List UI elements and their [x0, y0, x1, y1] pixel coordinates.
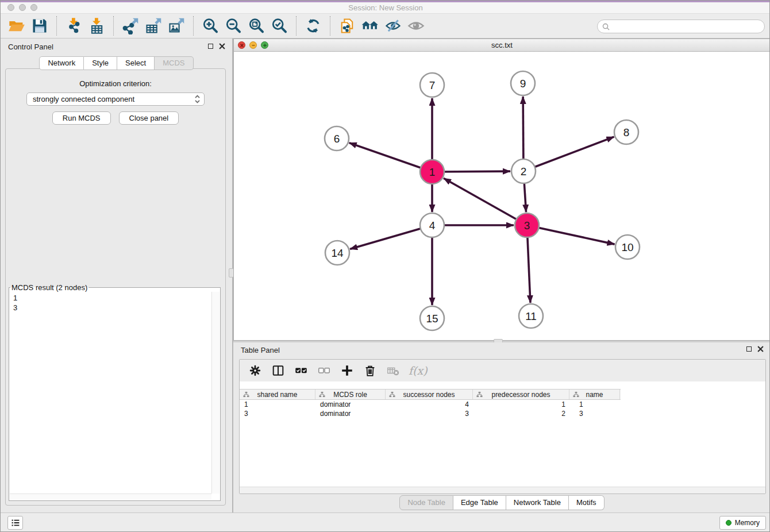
graph-node-label: 4 — [429, 219, 436, 232]
add-row-button[interactable] — [340, 363, 355, 378]
hide-selected-button[interactable] — [382, 15, 405, 37]
export-network-button[interactable] — [119, 15, 142, 37]
graph-edge-2-8[interactable] — [523, 137, 614, 171]
toolbar-buttons — [1, 15, 428, 37]
cell-predecessor-nodes[interactable]: 1 — [473, 400, 569, 409]
export-image-icon — [168, 17, 185, 34]
tab-mcds[interactable]: MCDS — [155, 56, 193, 70]
tab-select[interactable]: Select — [117, 56, 155, 70]
column-header-label: shared name — [257, 391, 297, 399]
graph-node-label: 2 — [521, 165, 527, 178]
table-horizontal-scrollbar[interactable] — [240, 487, 765, 494]
tab-edge-table[interactable]: Edge Table — [453, 495, 506, 510]
list-icon — [11, 518, 20, 527]
graph-node-7[interactable]: 7 — [420, 73, 444, 97]
float-table-panel-icon[interactable] — [746, 346, 752, 352]
graph-node-2[interactable]: 2 — [511, 159, 536, 183]
graph-node-10[interactable]: 10 — [615, 235, 640, 259]
cell-name[interactable]: 3 — [569, 409, 620, 418]
column-header-successor-nodes[interactable]: successor nodes — [386, 390, 473, 399]
cell-MCDS-role[interactable]: dominator — [315, 409, 386, 418]
show-columns-button[interactable] — [271, 363, 286, 378]
cell-predecessor-nodes[interactable]: 2 — [473, 409, 569, 418]
mcds-panel: Optimization criterion: strongly connect… — [5, 68, 226, 506]
search-input[interactable] — [613, 22, 760, 30]
graph-node-14[interactable]: 14 — [325, 241, 349, 265]
column-header-predecessor-nodes[interactable]: predecessor nodes — [473, 390, 569, 399]
graph-node-6[interactable]: 6 — [325, 126, 349, 151]
deselect-all-checkbox-button[interactable] — [317, 363, 332, 378]
search-box[interactable] — [597, 20, 765, 33]
memory-button[interactable]: Memory — [719, 516, 766, 530]
import-network-button[interactable] — [62, 15, 85, 37]
toolbar-separator — [193, 16, 194, 36]
tab-network[interactable]: Network — [39, 56, 84, 70]
graph-node-label: 6 — [334, 133, 340, 145]
task-history-button[interactable] — [7, 516, 23, 530]
criterion-dropdown[interactable]: strongly connected component — [26, 92, 205, 106]
graph-edge-3-10[interactable] — [527, 225, 615, 244]
graph-edge-4-14[interactable] — [350, 225, 432, 249]
zoom-out-button[interactable] — [222, 15, 245, 37]
cell-MCDS-role[interactable]: dominator — [315, 400, 386, 409]
cell-successor-nodes[interactable]: 4 — [386, 400, 473, 409]
zoom-fit-icon — [248, 17, 265, 34]
close-table-panel-icon[interactable] — [757, 346, 764, 352]
tab-node-table[interactable]: Node Table — [399, 495, 453, 510]
zoom-in-button[interactable] — [199, 15, 222, 37]
graph-node-4[interactable]: 4 — [420, 213, 444, 237]
network-window-titlebar[interactable]: scc.txt — [234, 39, 770, 52]
zoom-fit-button[interactable] — [245, 15, 268, 37]
refresh-layout-button[interactable] — [302, 15, 325, 37]
table-settings-button[interactable] — [248, 363, 263, 378]
tab-network-table[interactable]: Network Table — [506, 495, 569, 510]
network-view-title: scc.txt — [234, 41, 770, 49]
mcds-result-line: 3 — [13, 303, 211, 313]
graph-edge-1-6[interactable] — [349, 143, 432, 172]
graph-node-label: 10 — [621, 241, 633, 253]
toolbar-separator — [330, 16, 330, 36]
save-session-button[interactable] — [28, 15, 51, 37]
clone-network-button[interactable] — [336, 15, 359, 37]
vertical-scrollbar[interactable] — [211, 292, 220, 494]
horizontal-scrollbar[interactable] — [10, 494, 211, 500]
graph-node-8[interactable]: 8 — [614, 120, 638, 144]
cell-name[interactable]: 1 — [569, 400, 620, 409]
column-header-shared-name[interactable]: shared name — [240, 390, 315, 399]
cell-shared-name[interactable]: 3 — [240, 409, 315, 418]
graph-node-9[interactable]: 9 — [511, 71, 535, 95]
mcds-result-text[interactable]: 13 — [10, 292, 211, 494]
home-view-button[interactable] — [359, 15, 382, 37]
tab-motifs[interactable]: Motifs — [569, 495, 605, 510]
column-type-icon — [573, 391, 579, 398]
graph-edge-3-1[interactable] — [444, 178, 527, 225]
cell-successor-nodes[interactable]: 3 — [386, 409, 473, 418]
graph-node-label: 14 — [331, 247, 344, 259]
graph-node-15[interactable]: 15 — [420, 306, 444, 330]
import-network-icon — [65, 17, 82, 34]
table-rows: 1dominator4113dominator323 — [240, 400, 765, 418]
cell-shared-name[interactable]: 1 — [240, 400, 315, 409]
delete-row-button[interactable] — [363, 363, 378, 378]
column-header-label: name — [586, 391, 603, 399]
network-canvas[interactable]: 7968124314101511 — [234, 52, 770, 340]
graph-node-3[interactable]: 3 — [515, 213, 539, 237]
close-panel-button[interactable]: Close panel — [119, 111, 179, 125]
import-table-button[interactable] — [85, 15, 108, 37]
run-mcds-button[interactable]: Run MCDS — [52, 111, 111, 125]
show-all-button[interactable] — [405, 15, 428, 37]
graph-node-1[interactable]: 1 — [420, 160, 444, 184]
zoom-selected-button[interactable] — [268, 15, 291, 37]
open-file-button[interactable] — [5, 15, 28, 37]
close-panel-icon[interactable] — [219, 43, 225, 49]
float-panel-icon[interactable] — [208, 44, 213, 49]
graph-node-11[interactable]: 11 — [519, 304, 543, 328]
export-table-button[interactable] — [142, 15, 165, 37]
select-all-checkbox-button[interactable] — [294, 363, 309, 378]
table-row[interactable]: 1dominator411 — [240, 400, 621, 409]
column-header-MCDS-role[interactable]: MCDS role — [315, 390, 386, 399]
export-image-button[interactable] — [165, 15, 188, 37]
tab-style[interactable]: Style — [84, 56, 117, 70]
column-header-name[interactable]: name — [569, 390, 620, 399]
table-row[interactable]: 3dominator323 — [240, 409, 621, 418]
